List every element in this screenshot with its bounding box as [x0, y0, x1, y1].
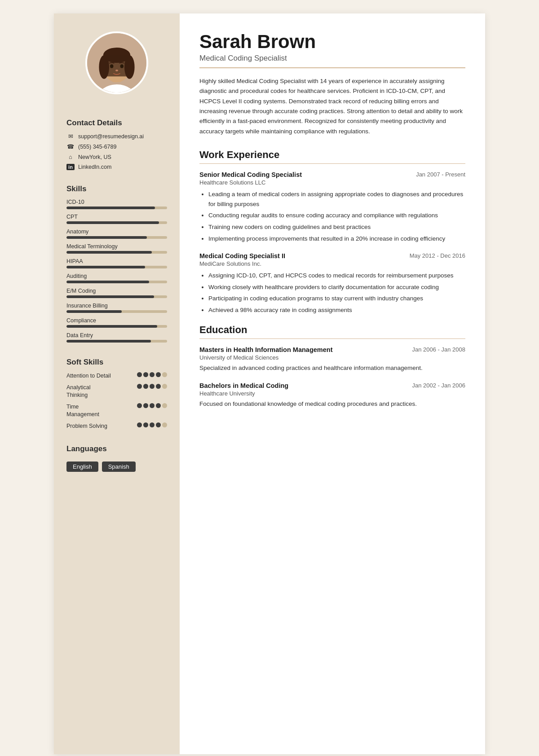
skill-item: CPT: [66, 214, 167, 224]
soft-skill-item: Attention to Detail: [66, 372, 167, 380]
dot-filled: [137, 384, 142, 389]
skill-bar-fill: [66, 266, 145, 268]
job-dates: May 2012 - Dec 2016: [410, 252, 465, 259]
email-icon: ✉: [66, 133, 75, 140]
dot-filled: [150, 384, 155, 389]
job-title-header: Medical Coding Specialist: [199, 54, 465, 63]
skill-bar-fill: [66, 281, 149, 283]
dot-filled: [156, 384, 161, 389]
contact-linkedin: in LinkedIn.com: [66, 164, 167, 170]
skill-name: Anatomy: [66, 229, 167, 235]
edu-entry: Masters in Health Information Management…: [199, 346, 465, 373]
dot-filled: [137, 403, 142, 408]
skill-name: E/M Coding: [66, 288, 167, 294]
soft-skill-name: Problem Solving: [66, 422, 107, 431]
skill-bar-bg: [66, 251, 167, 254]
edu-divider: [199, 338, 465, 339]
skill-bar-bg: [66, 221, 167, 224]
soft-skill-name: Attention to Detail: [66, 372, 111, 380]
job-company: MediCare Solutions Inc.: [199, 260, 465, 267]
skill-item: Auditing: [66, 273, 167, 283]
dot-filled: [156, 403, 161, 408]
skill-item: Compliance: [66, 317, 167, 328]
job-bullet: Leading a team of medical coders in assi…: [208, 189, 465, 209]
dot-filled: [143, 384, 148, 389]
work-divider: [199, 163, 465, 164]
job-bullet: Conducting regular audits to ensure codi…: [208, 211, 465, 220]
skill-bar-fill: [66, 325, 157, 328]
job-bullet: Training new coders on coding guidelines…: [208, 222, 465, 232]
soft-skill-item: Analytical Thinking: [66, 384, 167, 400]
job-header: Medical Coding Specialist II May 2012 - …: [199, 252, 465, 259]
dot-empty: [162, 372, 167, 377]
edu-entry: Bachelors in Medical Coding Jan 2002 - J…: [199, 382, 465, 409]
skill-bar-bg: [66, 310, 167, 313]
dot-filled: [156, 372, 161, 377]
skill-item: Anatomy: [66, 229, 167, 239]
dot-filled: [137, 372, 142, 377]
job-bullet: Assigning ICD-10, CPT, and HCPCS codes t…: [208, 271, 465, 281]
avatar: [85, 31, 148, 94]
job-header: Senior Medical Coding Specialist Jan 200…: [199, 171, 465, 178]
soft-skill-name: Time Management: [66, 403, 111, 419]
skill-name: ICD-10: [66, 199, 167, 205]
job-title: Senior Medical Coding Specialist: [199, 171, 302, 178]
dot-empty: [162, 384, 167, 389]
dot-filled: [143, 372, 148, 377]
soft-skill-item: Time Management: [66, 403, 167, 419]
skill-name: Data Entry: [66, 332, 167, 338]
skill-bar-bg: [66, 207, 167, 209]
skills-container: ICD-10 CPT Anatomy Medical Terminology H…: [66, 199, 167, 347]
job-bullet: Achieved a 98% accuracy rate in coding a…: [208, 305, 465, 315]
edu-institution: University of Medical Sciences: [199, 354, 465, 361]
skill-bar-fill: [66, 310, 122, 313]
edu-description: Focused on foundational knowledge of med…: [199, 399, 465, 409]
skill-name: Auditing: [66, 273, 167, 279]
skill-bar-fill: [66, 340, 151, 343]
skill-dots: [137, 372, 167, 377]
languages-title: Languages: [66, 444, 107, 453]
skill-name: CPT: [66, 214, 167, 220]
contact-title: Contact Details: [66, 119, 122, 127]
skill-name: Medical Terminology: [66, 243, 167, 250]
skill-item: ICD-10: [66, 199, 167, 209]
skill-dots: [137, 422, 167, 427]
contact-location: ⌂ NewYork, US: [66, 154, 167, 160]
job-title: Medical Coding Specialist II: [199, 252, 285, 259]
skill-bar-bg: [66, 340, 167, 343]
job-entry: Medical Coding Specialist II May 2012 - …: [199, 252, 465, 315]
dot-filled: [156, 422, 161, 427]
contact-list: ✉ support@resumedesign.ai ☎ (555) 345-67…: [66, 133, 167, 174]
resume-container: Contact Details ✉ support@resumedesign.a…: [54, 13, 485, 754]
main-content: Sarah Brown Medical Coding Specialist Hi…: [180, 13, 485, 754]
skill-dots: [137, 403, 167, 408]
skill-bar-fill: [66, 251, 152, 254]
edu-header: Bachelors in Medical Coding Jan 2002 - J…: [199, 382, 465, 389]
job-bullet: Working closely with healthcare provider…: [208, 282, 465, 292]
dot-filled: [137, 422, 142, 427]
skill-item: HIPAA: [66, 258, 167, 268]
skill-bar-bg: [66, 325, 167, 328]
job-company: Healthcare Solutions LLC: [199, 179, 465, 186]
contact-email: ✉ support@resumedesign.ai: [66, 133, 167, 140]
skill-dots: [137, 384, 167, 389]
dot-filled: [143, 422, 148, 427]
skill-bar-bg: [66, 295, 167, 298]
soft-skills-container: Attention to Detail Analytical Thinking …: [66, 372, 167, 434]
skill-item: E/M Coding: [66, 288, 167, 298]
skill-item: Insurance Billing: [66, 303, 167, 313]
job-dates: Jan 2007 - Present: [416, 171, 465, 178]
skill-bar-fill: [66, 207, 155, 209]
edu-degree-title: Bachelors in Medical Coding: [199, 382, 288, 389]
header-divider: [199, 67, 465, 68]
skill-bar-fill: [66, 221, 159, 224]
svg-rect-7: [105, 55, 129, 76]
job-entry: Senior Medical Coding Specialist Jan 200…: [199, 171, 465, 243]
soft-skill-name: Analytical Thinking: [66, 384, 111, 400]
edu-degree-title: Masters in Health Information Management: [199, 346, 333, 353]
skill-name: HIPAA: [66, 258, 167, 264]
language-tag: English: [66, 462, 98, 472]
skill-bar-fill: [66, 236, 147, 239]
dot-filled: [143, 403, 148, 408]
skill-name: Compliance: [66, 317, 167, 324]
